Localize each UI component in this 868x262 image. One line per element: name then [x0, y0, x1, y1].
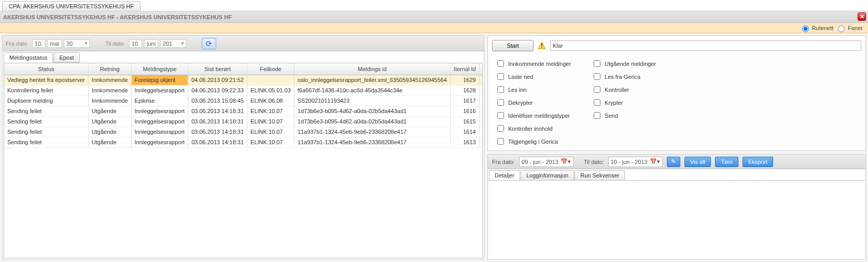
table-row[interactable]: Sending feiletUtgåendeInnleggelsesrappor…: [4, 127, 483, 137]
tab-epost[interactable]: Epost: [53, 52, 79, 63]
table-row[interactable]: Kontrollering feiletInnkommendeInnleggel…: [4, 85, 483, 95]
eksport-button[interactable]: Eksport: [743, 157, 773, 167]
cell: ELINK:10.07: [247, 106, 295, 116]
fra-day[interactable]: 10.: [32, 39, 45, 48]
checkbox-input[interactable]: [497, 60, 504, 67]
checkbox-item[interactable]: Kontroller: [592, 85, 656, 94]
cell: ELINK:06.08: [247, 95, 295, 106]
rb-til-date[interactable]: 10 - jun - 2013 📅▾: [608, 157, 663, 167]
cell: Innleggelsesrapport: [131, 106, 188, 116]
column-header[interactable]: Feilkode: [247, 63, 295, 75]
cell: 03.06.2013 14:18:31: [188, 137, 247, 147]
date-toolbar: Fra dato 10. mai 20 ▾ Til dato 10. juni …: [3, 36, 484, 51]
cell: -1: [479, 95, 483, 106]
radio-rutenett[interactable]: Rutenett: [800, 24, 834, 32]
cell: Utgående: [88, 116, 131, 127]
checkbox-item[interactable]: Identifiser meldingstyper: [495, 111, 571, 120]
til-year[interactable]: 201 ▾: [160, 39, 186, 48]
checkbox-input[interactable]: [497, 73, 504, 80]
column-header[interactable]: Status: [4, 63, 88, 75]
radio-faner[interactable]: Faner: [835, 24, 863, 32]
checkbox-input[interactable]: [594, 86, 600, 93]
column-header[interactable]: Retning: [88, 63, 131, 75]
checkbox-label: Identifiser meldingstyper: [508, 113, 570, 119]
calendar-icon: 📅▾: [650, 158, 660, 165]
cell: 03.06.2013 15:08:45: [188, 95, 247, 106]
checkbox-item[interactable]: Krypter: [592, 98, 656, 107]
table-row[interactable]: Vedlegg hentet fra epostserverInnkommend…: [4, 75, 483, 85]
checkbox-item[interactable]: Laste ned: [495, 72, 571, 81]
cell: [247, 75, 295, 85]
til-day[interactable]: 10.: [129, 39, 142, 48]
cell: Kontrollering feilet: [4, 85, 88, 95]
cell: Innkommende: [88, 95, 131, 106]
radio-faner-input[interactable]: [838, 25, 845, 32]
checkbox-input[interactable]: [497, 125, 504, 132]
cell: Utgående: [88, 127, 131, 137]
checkbox-item[interactable]: Les inn: [495, 85, 571, 94]
tab-run-sekvenser[interactable]: Run Sekvenser: [575, 170, 625, 181]
checkbox-input[interactable]: [594, 73, 600, 80]
table-row[interactable]: Sending feiletUtgåendeInnleggelsesrappor…: [4, 106, 483, 116]
checkbox-input[interactable]: [594, 99, 600, 106]
checkbox-item[interactable]: Kontroller innhold: [495, 123, 571, 133]
radio-rutenett-input[interactable]: [802, 25, 809, 32]
vis-alt-button[interactable]: Vis alt: [684, 157, 711, 167]
svg-text:!: !: [541, 43, 542, 49]
start-button[interactable]: Start: [492, 40, 534, 51]
rb-fra-date[interactable]: 09 - jun - 2013 📅▾: [519, 157, 573, 167]
cell: Epikrise: [131, 95, 188, 106]
checkbox-item[interactable]: Innkommende meldinger: [495, 59, 571, 68]
refresh-button[interactable]: ⟳: [202, 38, 216, 49]
checkbox-input[interactable]: [497, 138, 504, 145]
column-header[interactable]: Iternal Id: [450, 63, 479, 75]
cell: 1617: [450, 95, 479, 106]
checkbox-label: Utgående meldinger: [605, 61, 656, 67]
cell: Utgående: [88, 137, 131, 147]
column-header[interactable]: Epost internid: [479, 63, 483, 75]
checkbox-input[interactable]: [594, 60, 600, 67]
checkbox-label: Dekrypter: [508, 100, 533, 106]
tab-logginformasjon[interactable]: Logginformasjon: [521, 170, 574, 181]
checkbox-input[interactable]: [497, 86, 504, 93]
edit-button[interactable]: ✎: [667, 157, 680, 167]
cell: 03.06.2013 14:18:31: [188, 127, 247, 137]
cell: Sending feilet: [4, 127, 88, 137]
checkbox-item[interactable]: Send: [592, 111, 656, 120]
checkbox-item[interactable]: Dekrypter: [495, 98, 571, 107]
table-row[interactable]: Sending feiletUtgåendeInnleggelsesrappor…: [4, 116, 483, 127]
cell: Innleggelsesrapport: [131, 116, 188, 127]
cell: Sending feilet: [4, 116, 88, 127]
tom-button[interactable]: Tøm: [715, 157, 738, 167]
fra-month[interactable]: mai: [47, 39, 62, 48]
cell: Innleggelsesrapport: [131, 85, 188, 95]
cell: f6a667df-1438-410c-ac8d-45da3544c34e: [294, 85, 450, 95]
checkbox-input[interactable]: [594, 112, 600, 119]
cell: ELINK:10.07: [247, 116, 295, 127]
cell: 1614: [450, 127, 479, 137]
checkbox-input[interactable]: [497, 99, 504, 106]
tab-detaljer[interactable]: Detaljer: [489, 170, 520, 181]
cell: -1: [479, 85, 483, 95]
close-icon: ✕: [860, 13, 864, 20]
window-tab[interactable]: CPA: AKERSHUS UNIVERSITETSSYKEHUS HF: [2, 1, 141, 11]
tab-meldingsstatus[interactable]: Meldingsstatus: [4, 52, 53, 63]
column-header[interactable]: Sist berørt: [188, 63, 247, 75]
checkbox-input[interactable]: [497, 112, 504, 119]
til-dato-label: Til dato: [105, 40, 124, 47]
column-header[interactable]: Meldingstype: [131, 63, 188, 75]
grid-container[interactable]: StatusRetningMeldingstypeSist berørtFeil…: [4, 63, 483, 258]
close-button[interactable]: ✕: [858, 12, 866, 21]
checkbox-item[interactable]: Les fra Gerica: [592, 72, 656, 81]
checkbox-item[interactable]: Tilgjengelig i Gerica: [495, 136, 571, 146]
cell: Vedlegg hentet fra epostserver: [4, 75, 88, 85]
table-row[interactable]: Sending feiletUtgåendeInnleggelsesrappor…: [4, 137, 483, 147]
fra-year[interactable]: 20 ▾: [64, 39, 90, 48]
cell: Utgående: [88, 106, 131, 116]
til-month[interactable]: juni: [144, 39, 158, 48]
table-row[interactable]: Duplisere meldingInnkommendeEpikrise03.0…: [4, 95, 483, 106]
column-header[interactable]: Meldings id: [294, 63, 450, 75]
radio-faner-label: Faner: [848, 25, 863, 31]
checkbox-item[interactable]: Utgående meldinger: [592, 59, 656, 68]
page-title: AKERSHUS UNIVERSITETSSYKEHUS HF - AKERSH…: [3, 14, 232, 20]
